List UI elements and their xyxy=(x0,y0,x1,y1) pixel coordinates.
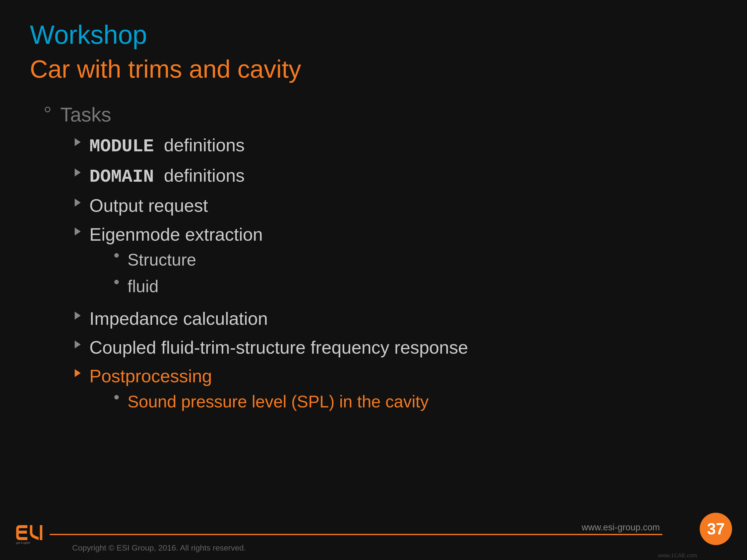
footer-copyright: Copyright © ESI Group, 2016. All rights … xyxy=(72,543,246,553)
postprocessing-item-text: Postprocessing xyxy=(89,366,212,386)
arrow-icon xyxy=(75,228,81,236)
eigenmode-sub-items: Structure fluid xyxy=(114,249,263,297)
list-item: Sound pressure level (SPL) in the cavity xyxy=(114,391,429,412)
sub-items-list: MODULE definitions DOMAIN definitions Ou… xyxy=(75,134,717,417)
spl-text: Sound pressure level (SPL) in the cavity xyxy=(128,391,429,412)
content-area: Tasks MODULE definitions DOMAIN definiti… xyxy=(45,103,717,417)
fluid-text: fluid xyxy=(128,275,159,297)
eigenmode-item-text: Eigenmode extraction xyxy=(89,224,263,244)
postprocessing-group: Postprocessing Sound pressure level (SPL… xyxy=(89,365,429,417)
arrow-icon xyxy=(75,138,81,146)
output-item-text: Output request xyxy=(89,194,208,217)
watermark: www.1CAE.com xyxy=(658,552,697,559)
slide-title: Workshop xyxy=(30,20,717,50)
coupled-item-text: Coupled fluid-trim-structure frequency r… xyxy=(89,336,468,359)
domain-item-text: DOMAIN definitions xyxy=(89,164,244,189)
esi-logo: get it right® xyxy=(15,523,70,553)
tasks-bullet-dot xyxy=(45,107,50,112)
page-number: 37 xyxy=(707,520,725,538)
impedance-item-text: Impedance calculation xyxy=(89,307,268,330)
esi-logo-svg: get it right® xyxy=(15,523,60,545)
small-dot-icon xyxy=(114,253,119,258)
list-item: Output request xyxy=(75,194,717,217)
list-item: Structure xyxy=(114,249,263,270)
module-bold: MODULE xyxy=(89,136,154,157)
eigenmode-group: Eigenmode extraction Structure fluid xyxy=(89,223,263,302)
tasks-label: Tasks xyxy=(60,103,111,126)
small-dot-icon xyxy=(114,395,119,399)
list-item: fluid xyxy=(114,275,263,297)
svg-text:get it right®: get it right® xyxy=(16,541,30,544)
list-item: Eigenmode extraction Structure fluid xyxy=(75,223,717,302)
structure-text: Structure xyxy=(128,249,196,270)
postprocessing-sub-items: Sound pressure level (SPL) in the cavity xyxy=(114,391,429,412)
footer-url: www.esi-group.com xyxy=(582,522,660,533)
small-dot-icon xyxy=(114,280,119,284)
domain-bold: DOMAIN xyxy=(89,167,154,187)
list-item: MODULE definitions xyxy=(75,134,717,159)
slide-subtitle: Car with trims and cavity xyxy=(30,55,717,83)
arrow-icon xyxy=(75,369,81,377)
page-number-badge: 37 xyxy=(700,513,732,545)
list-item: Impedance calculation xyxy=(75,307,717,330)
arrow-icon xyxy=(75,312,81,320)
list-item: Postprocessing Sound pressure level (SPL… xyxy=(75,365,717,417)
arrow-icon xyxy=(75,341,81,348)
arrow-icon xyxy=(75,198,81,207)
list-item: Coupled fluid-trim-structure frequency r… xyxy=(75,336,717,359)
arrow-icon xyxy=(75,168,81,177)
footer-line xyxy=(50,534,662,535)
tasks-bullet: Tasks xyxy=(45,103,717,126)
list-item: DOMAIN definitions xyxy=(75,164,717,189)
module-item-text: MODULE definitions xyxy=(89,134,244,159)
slide-container: Workshop Car with trims and cavity Tasks… xyxy=(0,0,747,560)
footer: get it right® www.esi-group.com Copyrigh… xyxy=(0,520,747,560)
